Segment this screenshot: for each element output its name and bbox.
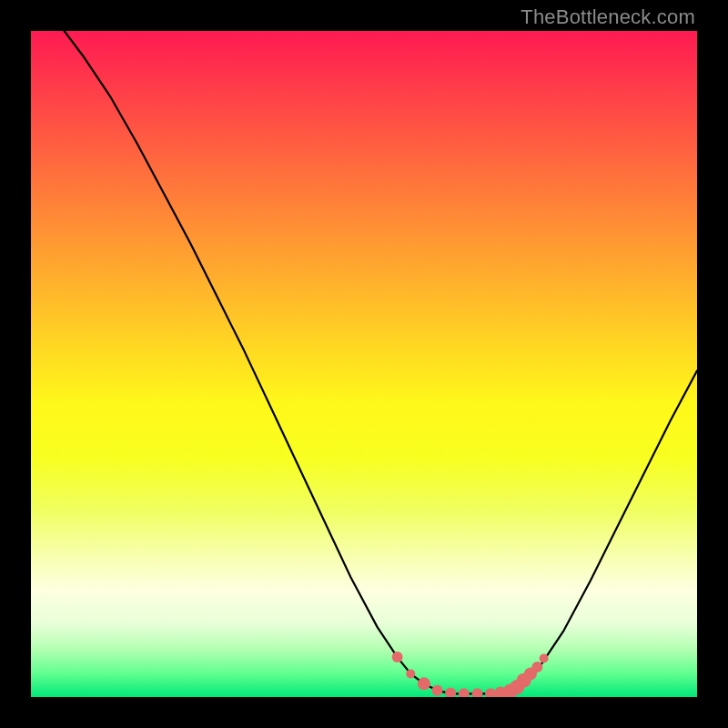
highlight-dot bbox=[524, 667, 537, 680]
highlight-dot bbox=[418, 677, 430, 690]
highlight-dot bbox=[540, 654, 549, 663]
highlight-dots bbox=[392, 652, 549, 697]
highlight-dot bbox=[392, 652, 403, 662]
highlight-dot bbox=[406, 669, 415, 678]
highlight-dot bbox=[531, 662, 542, 672]
bottleneck-curve bbox=[65, 31, 697, 693]
highlight-dot bbox=[445, 688, 456, 697]
highlight-dot bbox=[517, 673, 531, 688]
highlight-dot bbox=[494, 687, 507, 697]
chart-container: TheBottleneck.com bbox=[0, 0, 728, 728]
plot-area bbox=[31, 31, 697, 697]
highlight-dot bbox=[471, 688, 482, 697]
highlight-dot bbox=[510, 680, 524, 694]
watermark: TheBottleneck.com bbox=[521, 5, 695, 29]
curve-layer bbox=[31, 31, 697, 697]
highlight-dot bbox=[432, 685, 443, 696]
highlight-dot bbox=[503, 683, 518, 697]
highlight-dot bbox=[485, 688, 496, 697]
highlight-dot bbox=[459, 688, 470, 697]
